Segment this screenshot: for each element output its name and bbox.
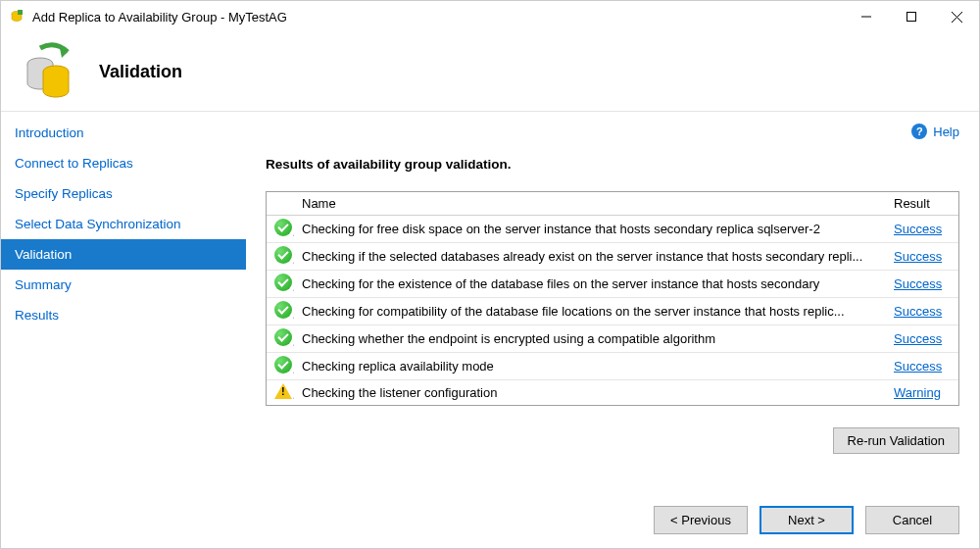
validation-result: Success — [886, 325, 958, 353]
result-link[interactable]: Success — [894, 331, 942, 346]
rerun-validation-button[interactable]: Re-run Validation — [833, 427, 959, 454]
page-title: Validation — [99, 62, 182, 82]
result-link[interactable]: Success — [894, 359, 942, 374]
table-row: Checking for free disk space on the serv… — [267, 216, 958, 243]
cancel-button[interactable]: Cancel — [865, 506, 959, 534]
table-row: Checking replica availability modeSucces… — [267, 353, 958, 380]
database-arrow-icon — [21, 42, 79, 101]
warning-icon — [267, 380, 294, 406]
table-row: Checking for the existence of the databa… — [267, 271, 958, 298]
next-button[interactable]: Next > — [760, 506, 854, 534]
minimize-button[interactable] — [844, 1, 889, 32]
wizard-step[interactable]: Connect to Replicas — [1, 148, 246, 178]
validation-result: Success — [886, 243, 958, 271]
column-header-name: Name — [294, 192, 886, 216]
validation-name: Checking for compatibility of the databa… — [294, 298, 886, 325]
success-icon — [267, 298, 294, 325]
column-header-result: Result — [886, 192, 958, 216]
validation-name: Checking replica availability mode — [294, 353, 886, 380]
validation-result: Success — [886, 271, 958, 298]
table-row: Checking the listener configurationWarni… — [267, 380, 958, 406]
result-link[interactable]: Success — [894, 276, 942, 291]
success-icon — [267, 353, 294, 380]
success-icon — [267, 243, 294, 271]
wizard-step[interactable]: Summary — [1, 270, 246, 300]
window-controls — [844, 1, 979, 32]
help-icon[interactable]: ? — [911, 124, 927, 139]
svg-rect-1 — [18, 10, 23, 15]
footer: < Previous Next > Cancel — [1, 492, 979, 548]
main-panel: ? Help Results of availability group val… — [246, 112, 979, 492]
validation-table: Name Result Checking for free disk space… — [266, 191, 959, 406]
success-icon — [267, 325, 294, 353]
wizard-window: Add Replica to Availability Group - MyTe… — [0, 0, 980, 549]
validation-name: Checking if the selected databases alrea… — [294, 243, 886, 271]
results-title: Results of availability group validation… — [266, 157, 959, 172]
wizard-step[interactable]: Specify Replicas — [1, 178, 246, 209]
titlebar: Add Replica to Availability Group - MyTe… — [1, 1, 979, 32]
validation-name: Checking the listener configuration — [294, 380, 886, 406]
previous-button[interactable]: < Previous — [654, 506, 748, 534]
result-link[interactable]: Success — [894, 222, 942, 236]
result-link[interactable]: Success — [894, 304, 942, 319]
maximize-button[interactable] — [889, 1, 934, 32]
validation-result: Success — [886, 353, 958, 380]
wizard-step[interactable]: Introduction — [1, 118, 246, 148]
svg-rect-3 — [907, 13, 916, 22]
app-icon — [9, 9, 24, 25]
success-icon — [267, 271, 294, 298]
wizard-step[interactable]: Results — [1, 300, 246, 330]
validation-result: Success — [886, 216, 958, 243]
rerun-row: Re-run Validation — [266, 427, 959, 454]
header: Validation — [1, 32, 979, 111]
column-header-icon — [267, 192, 294, 216]
result-link[interactable]: Warning — [894, 385, 941, 400]
validation-result: Warning — [886, 380, 958, 406]
wizard-steps-sidebar: IntroductionConnect to ReplicasSpecify R… — [1, 112, 246, 492]
help-link[interactable]: Help — [933, 125, 959, 139]
validation-name: Checking for the existence of the databa… — [294, 271, 886, 298]
window-title: Add Replica to Availability Group - MyTe… — [32, 10, 844, 25]
table-row: Checking if the selected databases alrea… — [267, 243, 958, 271]
close-button[interactable] — [934, 1, 979, 32]
validation-result: Success — [886, 298, 958, 325]
success-icon — [267, 216, 294, 243]
help-row: ? Help — [266, 124, 959, 139]
result-link[interactable]: Success — [894, 249, 942, 264]
wizard-step[interactable]: Validation — [1, 239, 246, 270]
body: IntroductionConnect to ReplicasSpecify R… — [1, 111, 979, 492]
validation-name: Checking whether the endpoint is encrypt… — [294, 325, 886, 353]
table-row: Checking whether the endpoint is encrypt… — [267, 325, 958, 353]
wizard-step[interactable]: Select Data Synchronization — [1, 209, 246, 239]
validation-name: Checking for free disk space on the serv… — [294, 216, 886, 243]
table-row: Checking for compatibility of the databa… — [267, 298, 958, 325]
